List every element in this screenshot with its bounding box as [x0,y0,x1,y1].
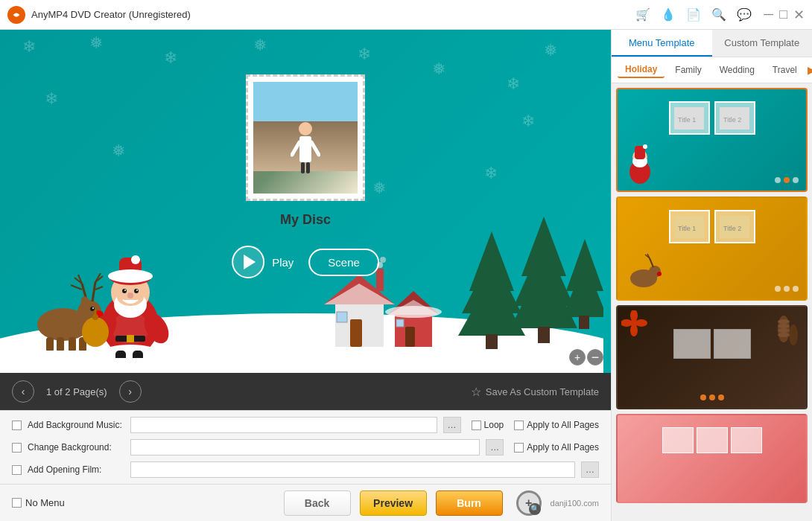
opening-film-input[interactable] [130,461,575,478]
template-item-1[interactable]: Title 1 Title 2 [616,88,808,192]
apply-all-1-checkbox[interactable] [514,421,524,430]
zoom-controls: + − [569,349,603,365]
svg-point-32 [385,306,442,318]
no-menu-checkbox[interactable] [12,498,22,508]
tmpl-3-inner [618,307,806,408]
svg-rect-62 [133,351,143,367]
main-container: ❄ ❅ ❄ ❅ ❄ ❅ ❄ ❅ ❄ ❅ ❄ ❅ ❄ ❅ [0,30,812,521]
play-icon [244,255,256,269]
snowflake-7: ❄ [507,74,520,94]
cat-tab-family[interactable]: Family [667,63,708,77]
preview-canvas: ❄ ❅ ❄ ❅ ❄ ❅ ❄ ❅ ❄ ❅ ❄ ❅ ❄ ❅ [0,30,611,373]
svg-marker-20 [324,275,395,304]
svg-line-45 [95,287,103,290]
loop-checkbox[interactable] [472,421,481,430]
svg-rect-19 [335,302,384,347]
zoom-out-button[interactable]: − [587,349,603,365]
opening-film-label: Add Opening Film: [28,464,124,475]
template-item-2[interactable]: Title 1 Title 2 [616,196,808,301]
svg-rect-1 [299,136,311,162]
svg-line-40 [78,275,82,284]
left-panel: ❄ ❅ ❄ ❅ ❄ ❅ ❄ ❅ ❄ ❅ ❄ ❅ ❄ ❅ [0,30,611,521]
play-label: Play [272,256,294,269]
opening-film-checkbox[interactable] [12,465,22,475]
search-icon[interactable]: 🔍 [711,7,726,22]
comment-icon[interactable]: 💬 [737,7,752,22]
next-page-button[interactable]: › [119,380,142,403]
tab-custom-template[interactable]: Custom Template [712,30,813,57]
drop-icon[interactable]: 💧 [661,7,676,22]
burn-button[interactable]: Burn [436,490,503,516]
svg-rect-23 [337,312,347,322]
svg-point-100 [635,319,647,327]
prev-page-button[interactable]: ‹ [12,380,34,403]
scene-button[interactable]: Scene [308,249,379,276]
titlebar-icons: 🛒 💧 📄 🔍 💬 [635,7,752,22]
cat-tab-holiday[interactable]: Holiday [618,62,664,78]
change-bg-browse[interactable]: … [486,439,504,456]
svg-text:Title 2: Title 2 [723,116,741,124]
svg-point-74 [124,290,126,291]
svg-rect-27 [395,312,432,347]
photo-ground [253,121,358,172]
svg-point-99 [621,319,632,327]
bg-music-label: Add Background Music: [28,420,124,430]
svg-point-26 [380,257,386,263]
bg-music-browse[interactable]: … [443,417,461,433]
category-tabs: Holiday Family Wedding Travel ▶ [612,57,812,83]
bg-music-input[interactable] [130,417,437,433]
opening-film-row: Add Opening Film: … [12,460,599,479]
tmpl-3-photo-2 [714,329,751,359]
svg-point-53 [112,312,149,345]
minimize-button[interactable]: ─ [764,7,773,23]
svg-point-6 [0,313,603,373]
template-item-3[interactable] [616,305,808,409]
save-template-button[interactable]: ☆ Save As Custom Template [471,385,599,399]
play-button[interactable] [232,246,264,278]
tmpl-3-controls [700,394,724,400]
svg-point-106 [778,333,790,337]
back-button[interactable]: Back [284,490,351,516]
svg-marker-21 [324,284,395,304]
cat-tab-travel[interactable]: Travel [765,63,805,77]
svg-line-44 [95,273,101,282]
snowflake-4: ❅ [253,36,267,55]
preview-button[interactable]: Preview [360,490,427,516]
cat-tab-wedding[interactable]: Wedding [712,63,762,77]
svg-rect-48 [69,337,76,352]
cart-icon[interactable]: 🛒 [635,7,650,22]
svg-point-85 [643,144,647,149]
svg-point-50 [79,295,92,310]
svg-rect-18 [579,316,589,329]
category-arrow-right[interactable]: ▶ [808,64,812,76]
restore-button[interactable]: □ [779,7,787,23]
change-bg-checkbox[interactable] [12,443,22,453]
stamp-photo [253,82,358,194]
svg-line-38 [82,284,87,302]
bg-music-checkbox[interactable] [12,421,22,430]
apply-all-2-checkbox[interactable] [514,443,524,453]
change-bg-row: Change Background: … Apply to All Pages [12,438,599,457]
apply-all-2-label: Apply to All Pages [527,442,599,453]
close-button[interactable]: ✕ [793,7,805,23]
svg-point-64 [130,363,145,371]
svg-rect-67 [119,258,142,284]
svg-marker-8 [469,231,514,291]
tmpl-ctrl-dot-3 [793,177,799,183]
zoom-in-button[interactable]: + [569,349,586,365]
svg-point-98 [630,325,638,336]
tab-menu-template[interactable]: Menu Template [612,30,712,57]
tmpl-4-photos [662,427,762,453]
tmpl-2-reindeer [621,252,662,295]
loop-group: Loop [472,420,504,430]
opening-film-browse[interactable]: … [581,461,599,478]
file-icon[interactable]: 📄 [686,7,701,22]
svg-marker-28 [387,291,440,315]
change-bg-input[interactable] [130,439,480,456]
loop-label: Loop [484,420,504,430]
snowflake-12: ❅ [112,141,125,161]
tmpl-1-photo-2: Title 2 [714,101,755,135]
template-item-4[interactable] [616,414,808,503]
snowflake-1: ❄ [22,37,36,57]
right-panel-tabs: Menu Template Custom Template [612,30,812,57]
